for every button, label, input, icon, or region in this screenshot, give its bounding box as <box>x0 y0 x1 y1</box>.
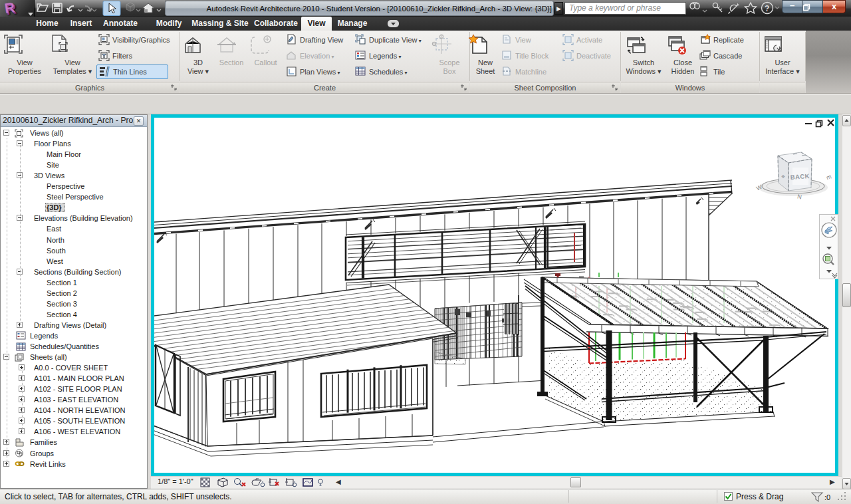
svg-text:R: R <box>3 0 15 16</box>
svg-text::0: :0 <box>824 493 830 501</box>
svg-text:BACK: BACK <box>790 172 810 181</box>
svg-text:E: E <box>825 174 832 180</box>
svg-text:?: ? <box>765 4 769 13</box>
svg-text:❖: ❖ <box>781 174 785 179</box>
svg-text:N: N <box>796 193 802 200</box>
